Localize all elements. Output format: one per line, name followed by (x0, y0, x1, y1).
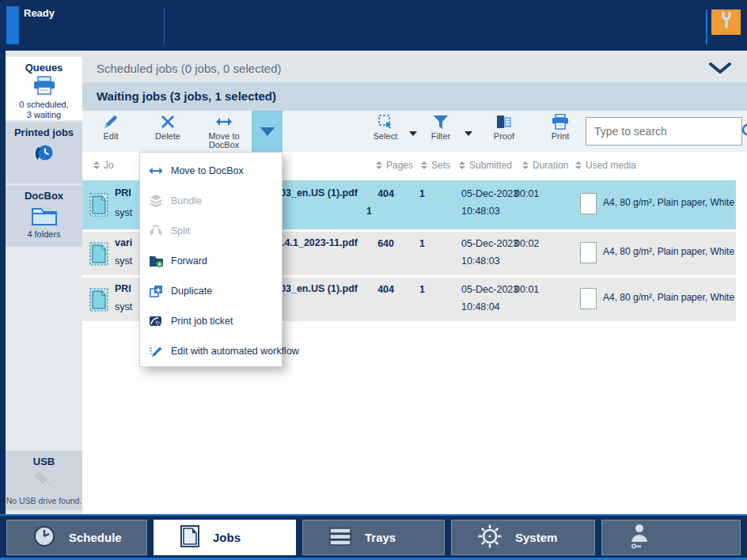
tab-system-label: System (515, 531, 557, 544)
select-marquee-icon (377, 114, 393, 130)
job-duration: 00:02 (514, 238, 539, 249)
edit-button[interactable]: Edit (89, 114, 133, 150)
menu-item-label: Split (171, 225, 190, 236)
waiting-jobs-header: Waiting jobs (3 jobs, 1 selected) (97, 89, 276, 103)
search-input[interactable] (586, 125, 741, 138)
job-owner: syst (115, 255, 132, 267)
usb-title: USB (6, 456, 82, 467)
menu-item-edit-automated-workflow[interactable]: Edit with automated workflow (140, 336, 282, 366)
filter-button[interactable]: Filter (421, 114, 461, 150)
search-box (586, 117, 742, 146)
tab-schedule-label: Schedule (69, 531, 122, 544)
sort-icon (93, 161, 100, 169)
media-swatch[interactable] (580, 242, 597, 263)
job-name-start: vari (115, 237, 132, 248)
column-used-media[interactable]: Used media (575, 160, 636, 171)
menu-item-duplicate[interactable]: Duplicate (140, 276, 282, 306)
delete-button[interactable]: Delete (146, 114, 190, 150)
sidebar: Queues 0 scheduled, 3 waiting Printed jo… (6, 55, 82, 516)
job-duration: 00:01 (514, 188, 539, 199)
tab-trays[interactable]: Trays (302, 520, 445, 555)
sort-icon (421, 161, 427, 169)
printer-icon (551, 114, 570, 130)
column-sets[interactable]: Sets (421, 160, 450, 171)
split-icon (148, 224, 164, 238)
tab-system[interactable]: System (451, 520, 595, 555)
tab-jobs[interactable]: Jobs (154, 520, 296, 555)
docbox-title: DocBox (6, 190, 82, 202)
chevron-down-icon[interactable] (708, 62, 732, 78)
duplicate-copy-icon (148, 284, 164, 298)
top-status-bar: Ready (0, 0, 747, 51)
proof-button[interactable]: Proof (482, 114, 526, 150)
jobs-document-icon (180, 524, 200, 551)
select-caret-icon[interactable] (409, 131, 417, 136)
tab-trays-label: Trays (365, 531, 396, 544)
column-duration[interactable]: Duration (522, 160, 568, 171)
job-submitted-date: 05-Dec-2023 (461, 188, 518, 199)
forward-folder-icon (148, 254, 164, 268)
key-icon (632, 544, 641, 547)
column-sets-label: Sets (431, 160, 450, 171)
workflow-pencil-icon (148, 344, 164, 358)
job-duration: 00:01 (514, 284, 539, 295)
usb-status-text: No USB drive found. (6, 496, 82, 506)
menu-item-label: Duplicate (171, 286, 212, 297)
bundle-layers-icon (148, 194, 164, 208)
media-swatch[interactable] (580, 193, 597, 214)
job-document-icon (89, 287, 109, 316)
media-swatch[interactable] (580, 288, 597, 309)
column-submitted[interactable]: Submitted (459, 160, 512, 171)
column-job-name[interactable]: Jo (93, 160, 114, 171)
menu-item-forward[interactable]: Forward (140, 246, 282, 276)
user-icon (628, 523, 651, 553)
filter-caret-icon[interactable] (465, 131, 472, 136)
column-submitted-label: Submitted (469, 160, 512, 171)
menu-item-print-job-ticket[interactable]: Print job ticket (140, 306, 282, 336)
print-ticket-icon (148, 314, 164, 328)
printed-jobs-history-icon (6, 142, 82, 168)
move-to-docbox-button[interactable]: Move to DocBox (202, 114, 246, 150)
column-job-label: Jo (104, 160, 114, 171)
queues-count-line1: 0 scheduled, (6, 100, 82, 110)
print-button[interactable]: Print (538, 114, 582, 150)
column-pages[interactable]: Pages (376, 160, 413, 171)
job-sets: 1 (419, 238, 425, 249)
job-name-start: PRI (115, 187, 131, 199)
more-actions-toggle[interactable] (252, 111, 282, 152)
job-used-media: A4, 80 g/m², Plain paper, White (603, 197, 734, 208)
menu-item-move-to-docbox[interactable]: Move to DocBox (140, 156, 282, 186)
job-submitted-time: 10:48:03 (461, 206, 500, 217)
search-icon[interactable] (741, 123, 747, 140)
job-pages: 404 (328, 188, 394, 199)
left-frame (0, 51, 6, 516)
sidebar-item-printed-jobs[interactable]: Printed jobs (6, 122, 82, 184)
menu-item-bundle[interactable]: Bundle (140, 186, 282, 216)
maintenance-button[interactable] (711, 9, 741, 35)
filter-funnel-icon (433, 114, 449, 130)
tab-schedule[interactable]: Schedule (6, 520, 147, 555)
sort-icon (575, 161, 582, 169)
clock-icon (32, 524, 56, 551)
usb-stick-icon (6, 469, 82, 496)
job-sets: 1 (419, 188, 425, 199)
select-label: Select (374, 132, 398, 141)
proof-document-icon (495, 114, 513, 130)
sidebar-item-docbox[interactable]: DocBox 4 folders (6, 185, 82, 247)
more-actions-menu: Move to DocBox Bundle (139, 152, 282, 367)
waiting-jobs-section-header: Waiting jobs (3 jobs, 1 selected) (82, 82, 747, 111)
folder-icon (6, 205, 82, 229)
job-document-icon (89, 241, 109, 270)
tab-operator-login[interactable] (601, 520, 741, 555)
delete-label: Delete (155, 132, 180, 141)
topbar-divider-right (706, 9, 707, 44)
sidebar-item-usb[interactable]: USB No USB drive found. (6, 451, 82, 510)
column-pages-label: Pages (386, 160, 413, 171)
scheduled-jobs-section[interactable]: Scheduled jobs (0 jobs, 0 selected) (82, 55, 747, 82)
menu-item-split[interactable]: Split (140, 216, 282, 246)
sidebar-item-queues[interactable]: Queues 0 scheduled, 3 waiting (6, 57, 82, 120)
job-pages-line2: 1 (361, 206, 372, 217)
job-used-media: A4, 80 g/m², Plain paper, White (603, 246, 734, 257)
select-button[interactable]: Select (366, 114, 405, 150)
printed-jobs-title: Printed jobs (6, 127, 82, 138)
